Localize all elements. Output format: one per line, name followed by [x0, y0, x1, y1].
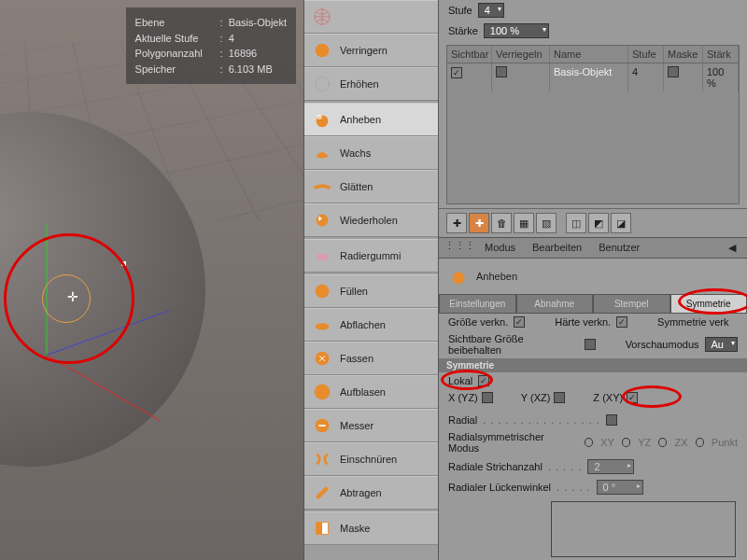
viewport-3d[interactable]: ✛ Ebene:Basis-Objekt Aktuelle Stufe:4 Po… — [0, 0, 303, 560]
brush-ring — [42, 274, 91, 323]
vorschau-select[interactable]: Au — [705, 337, 738, 352]
tool-wiederholen[interactable]: Wiederholen — [304, 203, 438, 237]
stufe-select[interactable]: 4 — [478, 3, 504, 18]
tool-abflachen[interactable]: Abflachen — [304, 308, 438, 342]
layer-action-1[interactable]: ▦ — [514, 213, 534, 233]
tool-aufblasen[interactable]: Aufblasen — [304, 375, 438, 409]
mask-checkbox[interactable] — [668, 66, 679, 77]
layer-action-4[interactable]: ◩ — [588, 213, 609, 233]
radmod-xy-radio[interactable] — [585, 438, 593, 447]
info-poly-v: 16896 — [229, 46, 258, 62]
sym-x-label: X (YZ) — [448, 392, 478, 403]
tool-anheben[interactable]: Anheben — [304, 103, 438, 136]
sym-y-label: Y (XZ) — [521, 392, 551, 403]
tool-wachs[interactable]: Wachs — [304, 136, 438, 170]
knife-icon — [310, 413, 334, 438]
menu-bearbeiten[interactable]: Bearbeiten — [525, 240, 589, 256]
tool-verringern[interactable]: Verringern — [304, 34, 438, 67]
add-layer-button[interactable]: ✚ — [446, 213, 467, 233]
menu-modus[interactable]: Modus — [477, 240, 523, 256]
sym-y-checkbox[interactable] — [554, 392, 565, 403]
tool-label: Wiederholen — [340, 215, 398, 226]
sphere-plus-icon — [310, 72, 334, 96]
visible-checkbox[interactable] — [451, 67, 462, 78]
tab-stempel[interactable]: Stempel — [593, 294, 670, 314]
dots: . . . . . . . . . . . . . . . . — [483, 414, 600, 426]
eraser-icon — [310, 244, 334, 268]
tab-abnahme[interactable]: Abnahme — [516, 294, 594, 314]
tool-fuellen[interactable]: Füllen — [304, 274, 438, 308]
table-row[interactable]: Basis-Objekt 4 100 % — [447, 63, 739, 91]
svg-point-8 — [316, 323, 330, 329]
groesse-checkbox[interactable] — [514, 316, 525, 328]
tab-symmetrie[interactable]: Symmetrie — [670, 294, 748, 314]
tool-maske[interactable]: Maske — [304, 511, 438, 545]
info-layer-v: Basis-Objekt — [229, 15, 287, 31]
grab-icon — [310, 346, 334, 371]
lokal-checkbox[interactable] — [478, 375, 489, 386]
tool-erhoehen[interactable]: Erhöhen — [304, 67, 438, 101]
radmod-zx-radio[interactable] — [658, 438, 667, 447]
radmod-label: Radialsymmetrischer Modus — [448, 431, 566, 454]
tool-radiergummi[interactable]: Radiergummi — [304, 239, 438, 273]
radial-checkbox[interactable] — [606, 414, 617, 426]
tool-label: Füllen — [340, 286, 368, 297]
menu-handle-icon[interactable]: ⋮⋮⋮ — [444, 240, 475, 256]
flatten-icon — [310, 313, 334, 337]
haerte-checkbox[interactable] — [616, 316, 627, 328]
tool-fassen[interactable]: Fassen — [304, 342, 438, 375]
brush-title: Anheben — [476, 271, 517, 282]
sym-z-checkbox[interactable] — [627, 392, 638, 403]
tool-label: Maske — [340, 523, 370, 534]
info-level-k: Aktuelle Stufe — [135, 31, 215, 47]
add-layer-orange-button[interactable]: ✚ — [469, 213, 489, 233]
luecke-input[interactable]: 0 ° — [597, 480, 643, 495]
lokal-label: Lokal — [448, 375, 472, 386]
svg-point-5 — [317, 215, 329, 227]
radmod-yz-radio[interactable] — [622, 438, 630, 447]
delete-layer-button[interactable]: 🗑 — [491, 213, 512, 233]
vorschau-label: Vorschaumodus — [626, 339, 699, 350]
lock-checkbox[interactable] — [496, 66, 507, 77]
brush-icon — [446, 264, 471, 288]
info-poly-k: Polygonanzahl — [135, 46, 215, 62]
layer-action-2[interactable]: ▧ — [536, 213, 557, 233]
radmod-punkt-radio[interactable] — [696, 438, 704, 447]
tool-label: Fassen — [340, 353, 374, 364]
tool-subdivide-up[interactable] — [304, 0, 438, 34]
col-staerke: Stärk — [703, 46, 739, 63]
layer-action-3[interactable]: ◫ — [566, 213, 586, 233]
smooth-icon — [310, 175, 334, 199]
layer-action-5[interactable]: ◪ — [611, 213, 631, 233]
tool-label: Anheben — [340, 114, 381, 125]
tool-messer[interactable]: Messer — [304, 409, 438, 442]
col-stufe: Stufe — [628, 46, 664, 63]
row-name: Basis-Objekt — [550, 63, 628, 91]
tool-label: Wachs — [340, 147, 371, 159]
strich-input[interactable]: 2 — [587, 459, 634, 474]
sphere-minus-icon — [310, 38, 334, 63]
menu-benutzer[interactable]: Benutzer — [591, 240, 647, 256]
inflate-icon — [310, 380, 334, 404]
arrow-left-icon[interactable]: ◀ — [723, 240, 741, 256]
svg-point-10 — [315, 385, 331, 400]
sichtbare-checkbox[interactable] — [585, 339, 596, 350]
tool-einschnueren[interactable]: Einschnüren — [304, 442, 438, 476]
stufe-label: Stufe — [448, 5, 472, 16]
staerke-select[interactable]: 100 % — [484, 23, 549, 38]
tool-abtragen[interactable]: Abtragen — [304, 476, 438, 510]
tool-label: Einschnüren — [340, 454, 397, 465]
groesse-label: Größe verkn. — [448, 316, 508, 328]
tool-label: Abflachen — [340, 319, 386, 330]
radial-label: Radial — [448, 414, 477, 426]
symverk-label: Symmetrie verk — [657, 316, 728, 328]
repeat-icon — [310, 208, 334, 232]
symmetrie-header: Symmetrie — [439, 358, 747, 372]
strich-label: Radiale Strichanzahl — [448, 461, 543, 472]
info-layer-k: Ebene — [135, 15, 215, 31]
col-name: Name — [550, 46, 628, 63]
tool-glaetten[interactable]: Glätten — [304, 170, 438, 203]
mask-icon — [310, 516, 334, 540]
tab-einstellungen[interactable]: Einstellungen — [439, 294, 516, 314]
sym-x-checkbox[interactable] — [482, 392, 493, 403]
